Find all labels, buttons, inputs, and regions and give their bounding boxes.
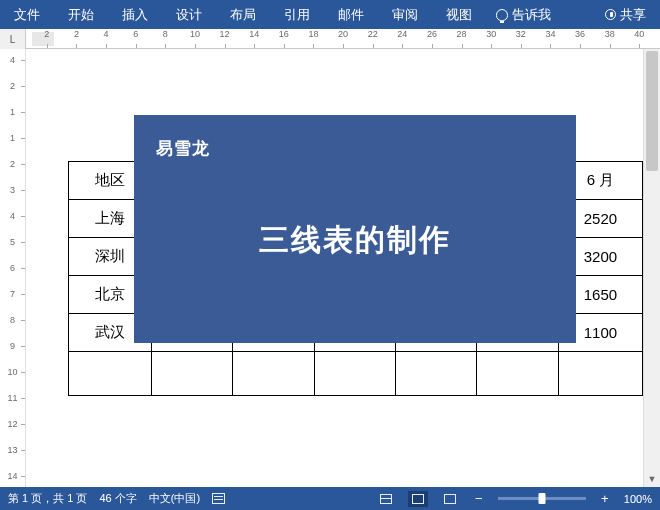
workspace: 4211234567891011121314 地区6 月上海2520深圳3200… [0, 49, 660, 487]
tell-me[interactable]: 告诉我 [486, 6, 561, 24]
v-ruler-tick: 2 [0, 81, 25, 91]
zoom-thumb[interactable] [538, 493, 545, 504]
h-ruler-tick: 2 [62, 29, 92, 48]
v-ruler-tick: 14 [0, 471, 25, 481]
vertical-scrollbar[interactable]: ▲ ▼ [643, 49, 660, 487]
share-label: 共享 [620, 6, 646, 24]
h-ruler-tick: 2 [32, 29, 62, 48]
h-ruler-tick: 40 [625, 29, 655, 48]
h-ruler-tick: 12 [210, 29, 240, 48]
tab-design[interactable]: 设计 [162, 0, 216, 29]
v-ruler-tick: 8 [0, 315, 25, 325]
status-bar: 第 1 页，共 1 页 46 个字 中文(中国) − + 100% [0, 487, 660, 510]
table-cell[interactable] [558, 352, 642, 396]
tab-mailings[interactable]: 邮件 [324, 0, 378, 29]
bulb-icon [496, 9, 508, 21]
h-ruler-tick: 32 [506, 29, 536, 48]
v-ruler-tick: 4 [0, 55, 25, 65]
ribbon: 文件 开始 插入 设计 布局 引用 邮件 审阅 视图 告诉我 共享 [0, 0, 660, 29]
h-ruler-tick: 28 [447, 29, 477, 48]
view-read-mode[interactable] [376, 491, 396, 507]
tab-references[interactable]: 引用 [270, 0, 324, 29]
h-ruler-tick: 24 [388, 29, 418, 48]
zoom-percent[interactable]: 100% [624, 493, 652, 505]
ruler-corner[interactable]: L [0, 29, 26, 49]
tab-file[interactable]: 文件 [0, 0, 54, 29]
h-ruler-tick: 20 [328, 29, 358, 48]
page-area[interactable]: 地区6 月上海2520深圳3200北京1650武汉1100 易雪龙 三线表的制作 [26, 49, 643, 487]
h-ruler-tick: 8 [151, 29, 181, 48]
h-ruler-tick: 16 [269, 29, 299, 48]
h-ruler-tick: 26 [417, 29, 447, 48]
scroll-down-arrow[interactable]: ▼ [644, 471, 660, 487]
table-row[interactable] [69, 352, 643, 396]
h-ruler-tick: 4 [91, 29, 121, 48]
v-ruler-tick: 6 [0, 263, 25, 273]
overlay-card: 易雪龙 三线表的制作 [134, 115, 576, 343]
table-cell[interactable] [69, 352, 152, 396]
tab-home[interactable]: 开始 [54, 0, 108, 29]
zoom-slider[interactable] [498, 497, 586, 500]
share-button[interactable]: 共享 [591, 6, 660, 24]
scroll-thumb[interactable] [646, 51, 658, 171]
h-ruler-tick: 10 [180, 29, 210, 48]
tab-review[interactable]: 审阅 [378, 0, 432, 29]
status-word-count[interactable]: 46 个字 [99, 491, 136, 506]
tell-me-label: 告诉我 [512, 6, 551, 24]
zoom-in-button[interactable]: + [598, 491, 612, 506]
h-ruler-tick: 14 [239, 29, 269, 48]
vertical-ruler[interactable]: 4211234567891011121314 [0, 49, 26, 487]
v-ruler-tick: 7 [0, 289, 25, 299]
h-ruler-tick: 34 [536, 29, 566, 48]
v-ruler-tick: 13 [0, 445, 25, 455]
view-web-layout[interactable] [440, 491, 460, 507]
table-cell[interactable] [396, 352, 477, 396]
table-cell[interactable] [233, 352, 314, 396]
view-print-layout[interactable] [408, 491, 428, 507]
table-cell[interactable] [314, 352, 395, 396]
v-ruler-tick: 9 [0, 341, 25, 351]
v-ruler-tick: 10 [0, 367, 25, 377]
tab-view[interactable]: 视图 [432, 0, 486, 29]
h-ruler-tick: 22 [358, 29, 388, 48]
share-icon [605, 9, 616, 20]
overlay-logo: 易雪龙 [156, 137, 554, 160]
v-ruler-tick: 11 [0, 393, 25, 403]
status-language[interactable]: 中文(中国) [149, 491, 200, 506]
h-ruler-tick: 36 [565, 29, 595, 48]
keyboard-icon[interactable] [212, 493, 225, 504]
v-ruler-tick: 3 [0, 185, 25, 195]
h-ruler-tick: 38 [595, 29, 625, 48]
status-page[interactable]: 第 1 页，共 1 页 [8, 491, 87, 506]
v-ruler-tick: 5 [0, 237, 25, 247]
h-ruler-tick: 6 [121, 29, 151, 48]
overlay-title: 三线表的制作 [156, 220, 554, 261]
ruler-row: L 2246810121416182022242628303234363840 [0, 29, 660, 49]
h-ruler-tick: 30 [476, 29, 506, 48]
v-ruler-tick: 4 [0, 211, 25, 221]
table-cell[interactable] [151, 352, 232, 396]
v-ruler-tick: 1 [0, 107, 25, 117]
tab-insert[interactable]: 插入 [108, 0, 162, 29]
tab-layout[interactable]: 布局 [216, 0, 270, 29]
table-cell[interactable] [477, 352, 558, 396]
v-ruler-tick: 1 [0, 133, 25, 143]
horizontal-ruler[interactable]: 2246810121416182022242628303234363840 [26, 29, 660, 48]
h-ruler-tick: 18 [299, 29, 329, 48]
v-ruler-tick: 2 [0, 159, 25, 169]
v-ruler-tick: 12 [0, 419, 25, 429]
zoom-out-button[interactable]: − [472, 491, 486, 506]
